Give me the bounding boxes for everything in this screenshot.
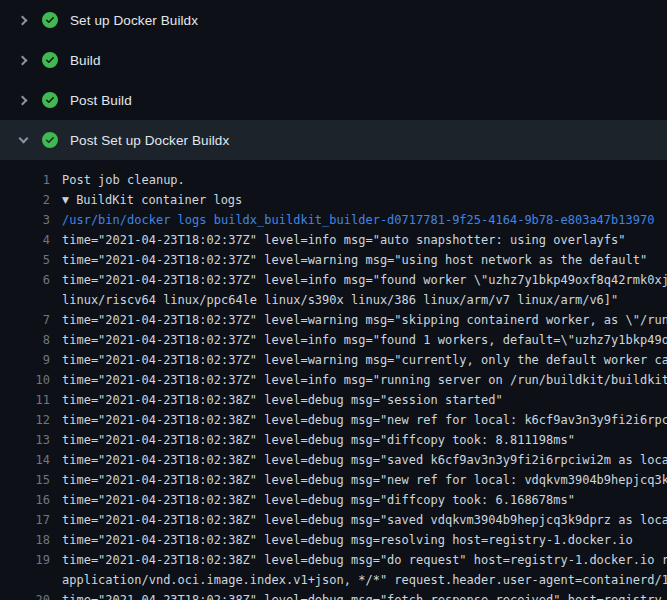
log-line-text: time="2021-04-23T18:02:37Z" level=warnin… <box>62 250 647 270</box>
log-row: 5 time="2021-04-23T18:02:37Z" level=warn… <box>0 250 667 270</box>
log-line-number[interactable] <box>0 290 50 310</box>
log-row: 20 time="2021-04-23T18:02:38Z" level=deb… <box>0 590 667 600</box>
chevron-icon <box>16 17 30 24</box>
log-line-number[interactable]: 8 <box>0 330 50 350</box>
log-line-text: time="2021-04-23T18:02:38Z" level=debug … <box>62 530 633 550</box>
log-line-text: time="2021-04-23T18:02:37Z" level=info m… <box>62 370 667 390</box>
section-label: Build <box>70 53 101 68</box>
log-row: 14 time="2021-04-23T18:02:38Z" level=deb… <box>0 450 667 470</box>
log-row: linux/riscv64 linux/ppc64le linux/s390x … <box>0 290 667 310</box>
log-line-text: time="2021-04-23T18:02:38Z" level=debug … <box>62 390 503 410</box>
section-header-post-set-up-docker-buildx[interactable]: Post Set up Docker Buildx <box>0 120 667 160</box>
log-line-text: linux/riscv64 linux/ppc64le linux/s390x … <box>62 290 618 310</box>
log-row: 15 time="2021-04-23T18:02:38Z" level=deb… <box>0 470 667 490</box>
log-row: 7 time="2021-04-23T18:02:37Z" level=warn… <box>0 310 667 330</box>
chevron-icon <box>16 57 30 64</box>
log-line-text: time="2021-04-23T18:02:38Z" level=debug … <box>62 490 575 510</box>
log-line-number[interactable]: 6 <box>0 270 50 290</box>
log-row: 17 time="2021-04-23T18:02:38Z" level=deb… <box>0 510 667 530</box>
log-row: 10 time="2021-04-23T18:02:37Z" level=inf… <box>0 370 667 390</box>
log-row: 3 /usr/bin/docker logs buildx_buildkit_b… <box>0 210 667 230</box>
log-line-number[interactable]: 16 <box>0 490 50 510</box>
log-line-text: application/vnd.oci.image.index.v1+json,… <box>62 570 667 590</box>
log-line-text: time="2021-04-23T18:02:38Z" level=debug … <box>62 470 667 490</box>
log-line-number[interactable] <box>0 570 50 590</box>
log-line-number[interactable]: 10 <box>0 370 50 390</box>
log-line-text: time="2021-04-23T18:02:38Z" level=debug … <box>62 510 667 530</box>
log-line-number[interactable]: 3 <box>0 210 50 230</box>
log-row: 8 time="2021-04-23T18:02:37Z" level=info… <box>0 330 667 350</box>
log-line-number[interactable]: 18 <box>0 530 50 550</box>
group-caret-icon: ▼ <box>62 190 69 210</box>
log-line-text: Post job cleanup. <box>62 170 185 190</box>
log-row[interactable]: 2 ▼ BuildKit container logs <box>0 190 667 210</box>
log-line-number[interactable]: 17 <box>0 510 50 530</box>
section-header-set-up-docker-buildx[interactable]: Set up Docker Buildx <box>0 0 667 40</box>
log-row: 1 Post job cleanup. <box>0 170 667 190</box>
check-circle-icon <box>42 92 58 108</box>
log-row: 16 time="2021-04-23T18:02:38Z" level=deb… <box>0 490 667 510</box>
check-circle-icon <box>42 132 58 148</box>
log-row: 18 time="2021-04-23T18:02:38Z" level=deb… <box>0 530 667 550</box>
log-line-text: /usr/bin/docker logs buildx_buildkit_bui… <box>62 210 654 230</box>
log-row: 11 time="2021-04-23T18:02:38Z" level=deb… <box>0 390 667 410</box>
log-line-number[interactable]: 19 <box>0 550 50 570</box>
log-row: 19 time="2021-04-23T18:02:38Z" level=deb… <box>0 550 667 570</box>
log-line-number[interactable]: 15 <box>0 470 50 490</box>
log-line-text: time="2021-04-23T18:02:38Z" level=debug … <box>62 430 575 450</box>
log-row: 13 time="2021-04-23T18:02:38Z" level=deb… <box>0 430 667 450</box>
log-row: application/vnd.oci.image.index.v1+json,… <box>0 570 667 590</box>
log-line-number[interactable]: 7 <box>0 310 50 330</box>
log-row: 6 time="2021-04-23T18:02:37Z" level=info… <box>0 270 667 290</box>
section-label: Post Set up Docker Buildx <box>70 133 229 148</box>
log-line-text: ▼ BuildKit container logs <box>62 190 242 210</box>
log-line-text: time="2021-04-23T18:02:38Z" level=debug … <box>62 450 667 470</box>
section-label: Post Build <box>70 93 132 108</box>
chevron-icon <box>16 97 30 104</box>
log-line-text: time="2021-04-23T18:02:37Z" level=info m… <box>62 270 667 290</box>
log-line-text: time="2021-04-23T18:02:37Z" level=warnin… <box>62 350 667 370</box>
log-line-text: time="2021-04-23T18:02:37Z" level=info m… <box>62 330 667 350</box>
log-line-number[interactable]: 4 <box>0 230 50 250</box>
log-line-number[interactable]: 13 <box>0 430 50 450</box>
log-row: 12 time="2021-04-23T18:02:38Z" level=deb… <box>0 410 667 430</box>
log-line-text: time="2021-04-23T18:02:38Z" level=debug … <box>62 410 667 430</box>
log-line-text: time="2021-04-23T18:02:37Z" level=warnin… <box>62 310 667 330</box>
log-line-text: time="2021-04-23T18:02:37Z" level=info m… <box>62 230 626 250</box>
log-line-text: time="2021-04-23T18:02:38Z" level=debug … <box>62 550 667 570</box>
check-circle-icon <box>42 52 58 68</box>
check-circle-icon <box>42 12 58 28</box>
log-row: 9 time="2021-04-23T18:02:37Z" level=warn… <box>0 350 667 370</box>
log-line-number[interactable]: 5 <box>0 250 50 270</box>
log-line-number[interactable]: 14 <box>0 450 50 470</box>
log-line-text: time="2021-04-23T18:02:38Z" level=debug … <box>62 590 662 600</box>
section-header-build[interactable]: Build <box>0 40 667 80</box>
log-lines: 1 Post job cleanup. 2 ▼ BuildKit contain… <box>0 160 667 600</box>
log-row: 4 time="2021-04-23T18:02:37Z" level=info… <box>0 230 667 250</box>
log-line-number[interactable]: 2 <box>0 190 50 210</box>
section-label: Set up Docker Buildx <box>70 13 198 28</box>
log-line-number[interactable]: 20 <box>0 590 50 600</box>
log-line-number[interactable]: 1 <box>0 170 50 190</box>
actions-log-viewer: { "colors": { "page_bg": "#0d1117", "exp… <box>0 0 667 600</box>
log-line-number[interactable]: 11 <box>0 390 50 410</box>
section-list: Set up Docker Buildx Build Post Build Po… <box>0 0 667 160</box>
section-header-post-build[interactable]: Post Build <box>0 80 667 120</box>
log-line-number[interactable]: 9 <box>0 350 50 370</box>
log-line-number[interactable]: 12 <box>0 410 50 430</box>
chevron-icon <box>16 138 30 142</box>
